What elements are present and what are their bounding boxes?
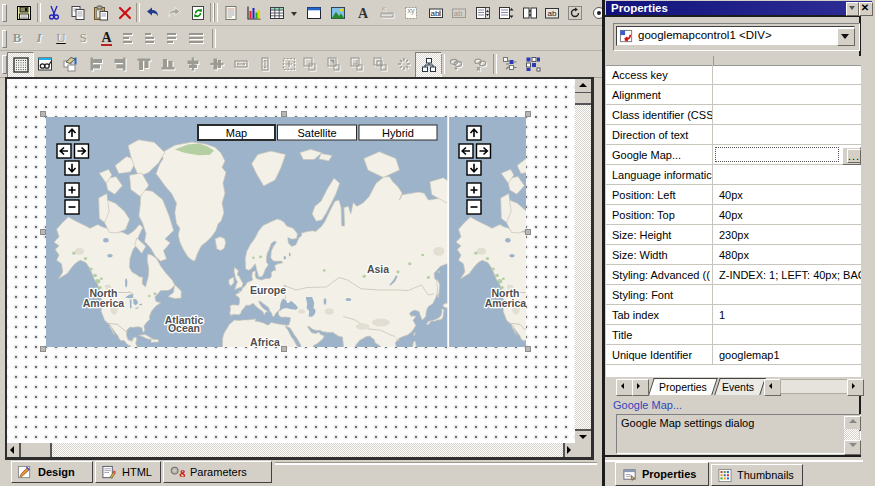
svg-text:ab: ab [547,9,556,18]
svg-text:ab: ab [430,9,439,18]
svg-text:A: A [357,6,368,21]
svg-text:&: & [179,467,185,479]
svg-text:ab: ab [453,9,462,18]
svg-text:xy: xy [407,7,415,15]
svg-text:K: K [382,6,386,12]
